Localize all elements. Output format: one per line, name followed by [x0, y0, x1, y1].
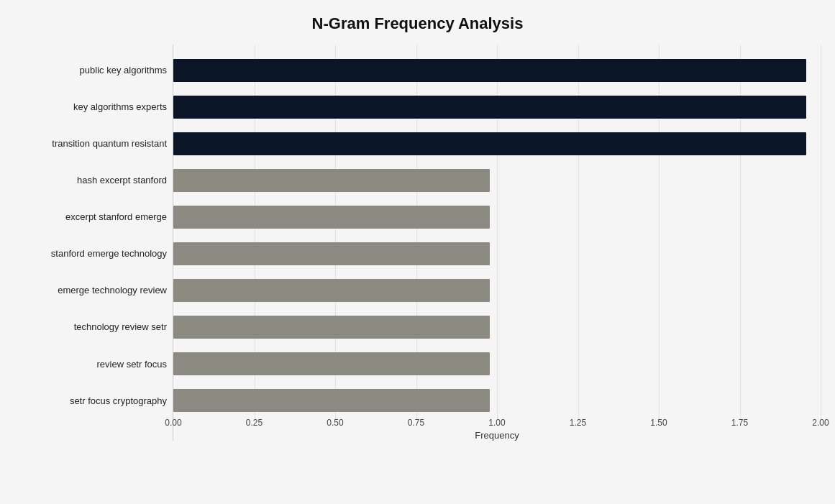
- plot-area: Frequency 0.000.250.500.751.001.251.501.…: [173, 45, 821, 441]
- bar-row: [173, 276, 806, 305]
- bar: [173, 352, 490, 375]
- bar-row: [173, 166, 806, 195]
- x-tick-label: 0.00: [165, 418, 181, 428]
- x-axis-label: Frequency: [475, 430, 519, 441]
- bar: [173, 96, 806, 119]
- x-tick-label: 0.75: [408, 418, 424, 428]
- bar-row: [173, 313, 806, 342]
- x-tick-label: 2.00: [812, 418, 829, 428]
- chart-container: N-Gram Frequency Analysis public key alg…: [0, 0, 835, 504]
- bar: [173, 316, 490, 339]
- x-tick-label: 0.50: [327, 418, 343, 428]
- chart-area: public key algorithmskey algorithms expe…: [14, 45, 821, 441]
- chart-title: N-Gram Frequency Analysis: [14, 14, 821, 33]
- bar-row: [173, 349, 806, 378]
- x-tick-label: 1.25: [570, 418, 586, 428]
- y-axis: public key algorithmskey algorithms expe…: [14, 45, 173, 441]
- x-tick-label: 1.00: [488, 418, 505, 428]
- bar: [173, 132, 806, 155]
- bar-row: [173, 56, 806, 85]
- bar-row: [173, 239, 806, 268]
- bar-row: [173, 386, 806, 415]
- bar: [173, 59, 806, 82]
- bar: [173, 206, 490, 229]
- bar: [173, 169, 490, 192]
- y-axis-label: key algorithms experts: [73, 101, 167, 113]
- y-axis-label: review setr focus: [96, 359, 167, 370]
- y-axis-label: setr focus cryptography: [70, 395, 167, 407]
- bar-row: [173, 129, 806, 158]
- y-axis-label: technology review setr: [74, 321, 167, 333]
- y-axis-label: emerge technology review: [58, 285, 167, 296]
- bar-row: [173, 203, 806, 232]
- x-tick-label: 1.75: [731, 418, 748, 428]
- x-axis: Frequency 0.000.250.500.751.001.251.501.…: [173, 419, 821, 441]
- grid-line: [821, 45, 821, 419]
- x-tick-label: 0.25: [246, 418, 263, 428]
- x-tick-label: 1.50: [650, 418, 667, 428]
- y-axis-label: hash excerpt stanford: [77, 175, 167, 186]
- y-axis-label: public key algorithms: [80, 65, 167, 76]
- bar-row: [173, 93, 806, 122]
- bar: [173, 279, 490, 302]
- y-axis-label: excerpt stanford emerge: [65, 211, 167, 223]
- bar: [173, 242, 490, 265]
- bars-section: [173, 45, 821, 419]
- y-axis-label: stanford emerge technology: [51, 248, 167, 260]
- bar: [173, 389, 490, 412]
- y-axis-label: transition quantum resistant: [52, 138, 167, 150]
